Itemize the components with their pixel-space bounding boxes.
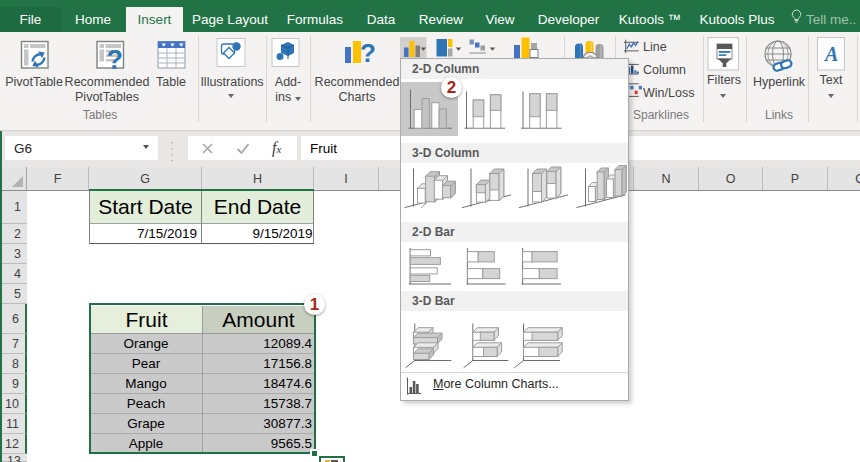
svg-text:?: ?: [107, 45, 124, 75]
svg-text:?: ?: [360, 38, 376, 68]
svg-text:A: A: [823, 43, 838, 65]
